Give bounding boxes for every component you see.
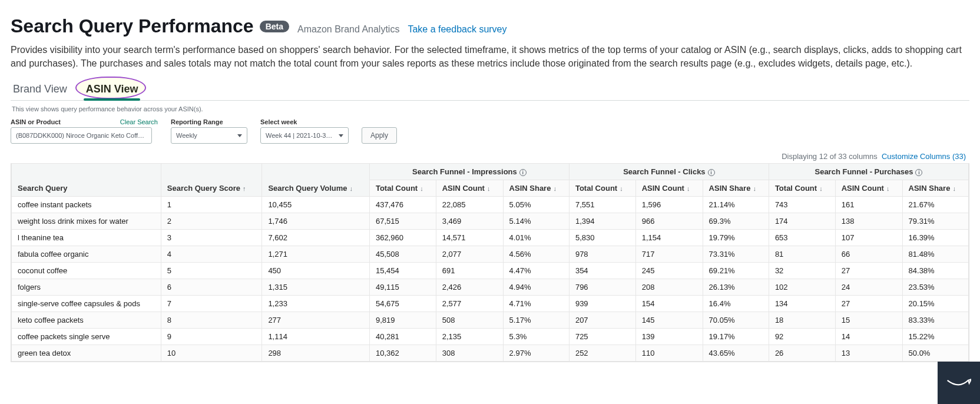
col-impr-total[interactable]: Total Count↓ [369, 180, 436, 197]
table-cell: 32 [769, 263, 835, 279]
table-cell: 2,077 [436, 246, 503, 263]
table-cell: 5.14% [503, 213, 569, 230]
table-cell: 69.3% [703, 213, 769, 230]
table-cell: 7 [161, 296, 262, 312]
info-icon[interactable]: i [708, 169, 715, 176]
table-row[interactable]: coffee packets single serve91,11440,2812… [12, 329, 969, 345]
table-cell: 20.15% [902, 296, 968, 312]
asin-product-value: (B087DDKK000) Niroce Organic Keto Coffee… [16, 132, 147, 139]
table-cell: 2 [161, 213, 262, 230]
table-cell: 13 [835, 345, 902, 362]
col-purch-total[interactable]: Total Count↓ [769, 180, 835, 197]
query-performance-table: Search Query Search Query Score↑ Search … [11, 163, 969, 362]
col-search-query-score[interactable]: Search Query Score↑ [161, 164, 262, 197]
table-cell: weight loss drink mixes for water [12, 213, 161, 230]
reporting-range-select[interactable]: Weekly [171, 127, 247, 144]
table-cell: 81.48% [902, 246, 968, 263]
table-cell: 298 [262, 345, 370, 362]
table-cell: 939 [569, 296, 635, 312]
table-cell: 45,508 [369, 246, 436, 263]
table-row[interactable]: folgers61,31549,1152,4264.94%79620826.13… [12, 279, 969, 296]
table-cell: 9 [161, 329, 262, 345]
table-cell: 437,476 [369, 197, 436, 213]
view-tabs: Brand View ASIN View [11, 78, 969, 101]
asin-product-label: ASIN or Product [11, 118, 61, 125]
chevron-down-icon [339, 134, 343, 137]
table-cell: 23.53% [902, 279, 968, 296]
table-cell: 27 [835, 296, 902, 312]
table-cell: 67,515 [369, 213, 436, 230]
tab-asin-view[interactable]: ASIN View [84, 78, 141, 100]
col-click-asin-count[interactable]: ASIN Count↓ [635, 180, 703, 197]
table-cell: 102 [769, 279, 835, 296]
sort-asc-icon: ↑ [243, 185, 246, 192]
table-cell: 9,819 [369, 312, 436, 329]
table-cell: 245 [635, 263, 703, 279]
table-cell: 691 [436, 263, 503, 279]
page-title-text: Search Query Performance [11, 15, 254, 37]
col-impr-asin-count[interactable]: ASIN Count↓ [436, 180, 503, 197]
beta-badge: Beta [260, 21, 289, 32]
col-click-total[interactable]: Total Count↓ [569, 180, 635, 197]
table-cell: l theanine tea [12, 230, 161, 246]
table-row[interactable]: coffee instant packets110,455437,47622,0… [12, 197, 969, 213]
table-cell: 16.39% [902, 230, 968, 246]
apply-button[interactable]: Apply [362, 127, 397, 144]
table-cell: 725 [569, 329, 635, 345]
table-cell: 4.47% [503, 263, 569, 279]
table-cell: 66 [835, 246, 902, 263]
col-click-asin-share[interactable]: ASIN Share↓ [703, 180, 769, 197]
table-cell: 717 [635, 246, 703, 263]
info-icon[interactable]: i [519, 169, 527, 176]
asin-product-input[interactable]: (B087DDKK000) Niroce Organic Keto Coffee… [11, 127, 152, 144]
reporting-range-value: Weekly [176, 132, 197, 139]
table-cell: 2,577 [436, 296, 503, 312]
table-cell: 1,394 [569, 213, 635, 230]
info-icon[interactable]: i [915, 169, 922, 176]
table-row[interactable]: l theanine tea37,602362,96014,5714.01%5,… [12, 230, 969, 246]
group-impressions: Search Funnel - Impressionsi [369, 164, 569, 180]
table-cell: 362,960 [369, 230, 436, 246]
select-week-value: Week 44 | 2021-10-31 - 202… [266, 132, 335, 139]
clear-search-link[interactable]: Clear Search [120, 118, 158, 125]
amazon-logo[interactable] [938, 362, 980, 362]
table-row[interactable]: fabula coffee organic41,27145,5082,0774.… [12, 246, 969, 263]
table-cell: 1,233 [262, 296, 370, 312]
table-row[interactable]: green tea detox1029810,3623082.97%252110… [12, 345, 969, 362]
table-row[interactable]: weight loss drink mixes for water21,7466… [12, 213, 969, 230]
feedback-link[interactable]: Take a feedback survey [408, 24, 506, 35]
col-purch-asin-share[interactable]: ASIN Share↓ [902, 180, 968, 197]
table-cell: 5.05% [503, 197, 569, 213]
table-cell: 5.3% [503, 329, 569, 345]
col-search-query[interactable]: Search Query [12, 164, 161, 197]
table-cell: 966 [635, 213, 703, 230]
table-cell: 83.33% [902, 312, 968, 329]
tab-brand-view[interactable]: Brand View [11, 78, 69, 100]
table-cell: 134 [769, 296, 835, 312]
table-cell: 19.17% [703, 329, 769, 345]
table-cell: 139 [635, 329, 703, 345]
col-impr-asin-share[interactable]: ASIN Share↓ [503, 180, 569, 197]
table-cell: keto coffee packets [12, 312, 161, 329]
tab-asin-view-label: ASIN View [86, 83, 138, 95]
table-cell: 27 [835, 263, 902, 279]
customize-columns-link[interactable]: Customize Columns (33) [882, 152, 966, 161]
table-cell: 4.94% [503, 279, 569, 296]
table-cell: 10 [161, 345, 262, 362]
table-row[interactable]: single-serve coffee capsules & pods71,23… [12, 296, 969, 312]
col-purch-asin-count[interactable]: ASIN Count↓ [835, 180, 902, 197]
table-cell: 2,426 [436, 279, 503, 296]
table-cell: 1,315 [262, 279, 370, 296]
table-cell: 308 [436, 345, 503, 362]
table-cell: 508 [436, 312, 503, 329]
select-week-dropdown[interactable]: Week 44 | 2021-10-31 - 202… [260, 127, 349, 144]
table-cell: 73.31% [703, 246, 769, 263]
table-cell: 743 [769, 197, 835, 213]
table-cell: 174 [769, 213, 835, 230]
table-row[interactable]: coconut coffee545015,4546914.47%35424569… [12, 263, 969, 279]
sort-desc-icon: ↓ [350, 185, 353, 192]
table-cell: 4.71% [503, 296, 569, 312]
col-search-query-volume[interactable]: Search Query Volume↓ [262, 164, 370, 197]
table-row[interactable]: keto coffee packets82779,8195085.17%2071… [12, 312, 969, 329]
table-cell: 796 [569, 279, 635, 296]
